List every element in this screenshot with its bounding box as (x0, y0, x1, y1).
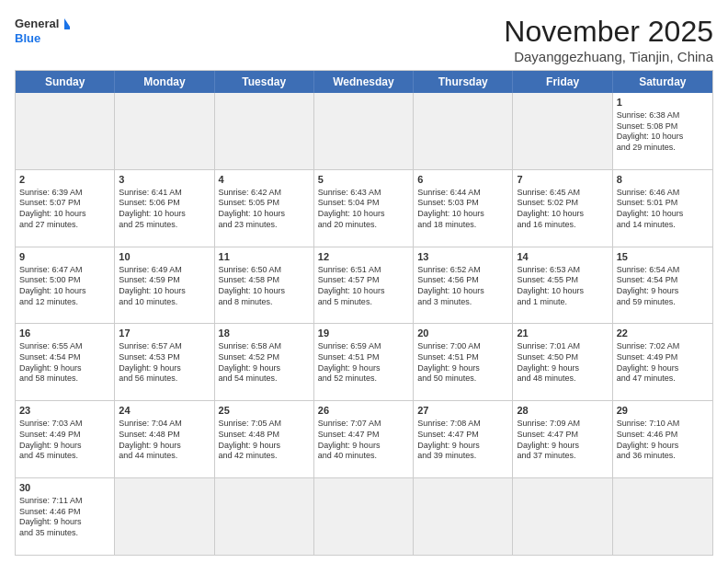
calendar-cell: 11Sunrise: 6:50 AM Sunset: 4:58 PM Dayli… (215, 247, 314, 324)
calendar-cell (215, 478, 314, 555)
day-number: 4 (219, 173, 310, 187)
day-number: 3 (119, 173, 210, 187)
day-number: 14 (517, 250, 608, 264)
calendar-header-cell: Sunday (16, 71, 115, 93)
cell-text: Sunrise: 6:50 AM Sunset: 4:58 PM Dayligh… (219, 265, 310, 308)
calendar-cell (314, 478, 414, 555)
cell-text: Sunrise: 6:44 AM Sunset: 5:03 PM Dayligh… (417, 188, 508, 231)
calendar-cell: 19Sunrise: 6:59 AM Sunset: 4:51 PM Dayli… (314, 324, 414, 400)
calendar-header-cell: Saturday (613, 71, 712, 93)
calendar-header-cell: Friday (513, 71, 612, 93)
calendar-cell (613, 478, 712, 555)
calendar-row: 9Sunrise: 6:47 AM Sunset: 5:00 PM Daylig… (16, 247, 712, 324)
calendar-cell (513, 93, 612, 169)
calendar-cell: 30Sunrise: 7:11 AM Sunset: 4:46 PM Dayli… (16, 478, 115, 555)
calendar-body: 1Sunrise: 6:38 AM Sunset: 5:08 PM Daylig… (16, 93, 712, 555)
svg-text:Blue: Blue (15, 31, 40, 45)
calendar-cell: 23Sunrise: 7:03 AM Sunset: 4:49 PM Dayli… (16, 401, 115, 477)
calendar-cell: 25Sunrise: 7:05 AM Sunset: 4:48 PM Dayli… (215, 401, 314, 477)
cell-text: Sunrise: 6:53 AM Sunset: 4:55 PM Dayligh… (517, 265, 608, 308)
day-number: 23 (19, 404, 110, 418)
day-number: 16 (19, 327, 110, 340)
logo-svg: General Blue (15, 15, 70, 48)
day-number: 17 (119, 327, 210, 340)
calendar-header-cell: Wednesday (314, 71, 414, 93)
calendar-row: 30Sunrise: 7:11 AM Sunset: 4:46 PM Dayli… (16, 477, 712, 555)
day-number: 5 (318, 173, 409, 187)
cell-text: Sunrise: 6:49 AM Sunset: 4:59 PM Dayligh… (119, 265, 210, 308)
day-number: 12 (318, 250, 409, 264)
calendar-cell (115, 93, 214, 169)
calendar-cell: 29Sunrise: 7:10 AM Sunset: 4:46 PM Dayli… (613, 401, 712, 477)
cell-text: Sunrise: 6:52 AM Sunset: 4:56 PM Dayligh… (417, 265, 508, 308)
calendar: SundayMondayTuesdayWednesdayThursdayFrid… (15, 70, 713, 556)
calendar-header-cell: Thursday (414, 71, 513, 93)
cell-text: Sunrise: 6:54 AM Sunset: 4:54 PM Dayligh… (617, 265, 709, 308)
calendar-cell: 18Sunrise: 6:58 AM Sunset: 4:52 PM Dayli… (215, 324, 314, 400)
calendar-cell: 1Sunrise: 6:38 AM Sunset: 5:08 PM Daylig… (613, 93, 712, 169)
cell-text: Sunrise: 6:59 AM Sunset: 4:51 PM Dayligh… (318, 341, 409, 385)
cell-text: Sunrise: 7:11 AM Sunset: 4:46 PM Dayligh… (19, 496, 110, 539)
day-number: 22 (617, 327, 709, 340)
cell-text: Sunrise: 6:38 AM Sunset: 5:08 PM Dayligh… (617, 110, 709, 154)
calendar-row: 23Sunrise: 7:03 AM Sunset: 4:49 PM Dayli… (16, 400, 712, 477)
day-number: 15 (617, 250, 709, 264)
cell-text: Sunrise: 7:02 AM Sunset: 4:49 PM Dayligh… (617, 341, 709, 385)
day-number: 11 (219, 250, 310, 264)
cell-text: Sunrise: 7:09 AM Sunset: 4:47 PM Dayligh… (517, 419, 608, 462)
calendar-cell: 22Sunrise: 7:02 AM Sunset: 4:49 PM Dayli… (613, 324, 712, 400)
cell-text: Sunrise: 6:45 AM Sunset: 5:02 PM Dayligh… (517, 188, 608, 231)
calendar-row: 16Sunrise: 6:55 AM Sunset: 4:54 PM Dayli… (16, 323, 712, 400)
calendar-cell: 5Sunrise: 6:43 AM Sunset: 5:04 PM Daylig… (314, 170, 414, 247)
day-number: 26 (318, 404, 409, 418)
logo: General Blue (15, 15, 70, 48)
calendar-cell (215, 93, 314, 169)
calendar-cell: 15Sunrise: 6:54 AM Sunset: 4:54 PM Dayli… (613, 247, 712, 324)
cell-text: Sunrise: 7:00 AM Sunset: 4:51 PM Dayligh… (417, 341, 508, 385)
calendar-header: SundayMondayTuesdayWednesdayThursdayFrid… (16, 71, 712, 93)
calendar-cell: 7Sunrise: 6:45 AM Sunset: 5:02 PM Daylig… (513, 170, 612, 247)
cell-text: Sunrise: 6:43 AM Sunset: 5:04 PM Dayligh… (318, 188, 409, 231)
calendar-cell: 28Sunrise: 7:09 AM Sunset: 4:47 PM Dayli… (513, 401, 612, 477)
cell-text: Sunrise: 7:10 AM Sunset: 4:46 PM Dayligh… (617, 419, 709, 462)
cell-text: Sunrise: 7:04 AM Sunset: 4:48 PM Dayligh… (119, 419, 210, 462)
cell-text: Sunrise: 6:41 AM Sunset: 5:06 PM Dayligh… (119, 188, 210, 231)
calendar-cell (513, 478, 612, 555)
cell-text: Sunrise: 6:39 AM Sunset: 5:07 PM Dayligh… (19, 188, 110, 231)
cell-text: Sunrise: 6:55 AM Sunset: 4:54 PM Dayligh… (19, 341, 110, 385)
cell-text: Sunrise: 7:01 AM Sunset: 4:50 PM Dayligh… (517, 341, 608, 385)
calendar-cell: 27Sunrise: 7:08 AM Sunset: 4:47 PM Dayli… (414, 401, 513, 477)
calendar-cell: 24Sunrise: 7:04 AM Sunset: 4:48 PM Dayli… (115, 401, 214, 477)
calendar-cell: 10Sunrise: 6:49 AM Sunset: 4:59 PM Dayli… (115, 247, 214, 324)
calendar-cell: 8Sunrise: 6:46 AM Sunset: 5:01 PM Daylig… (613, 170, 712, 247)
day-number: 2 (19, 173, 110, 187)
calendar-cell: 2Sunrise: 6:39 AM Sunset: 5:07 PM Daylig… (16, 170, 115, 247)
cell-text: Sunrise: 7:03 AM Sunset: 4:49 PM Dayligh… (19, 419, 110, 462)
cell-text: Sunrise: 7:08 AM Sunset: 4:47 PM Dayligh… (417, 419, 508, 462)
day-number: 29 (617, 404, 709, 418)
calendar-cell: 17Sunrise: 6:57 AM Sunset: 4:53 PM Dayli… (115, 324, 214, 400)
day-number: 20 (417, 327, 508, 340)
calendar-cell (314, 93, 414, 169)
day-number: 28 (517, 404, 608, 418)
cell-text: Sunrise: 6:46 AM Sunset: 5:01 PM Dayligh… (617, 188, 709, 231)
day-number: 13 (417, 250, 508, 264)
day-number: 19 (318, 327, 409, 340)
day-number: 1 (617, 96, 709, 109)
month-title: November 2025 (504, 15, 713, 49)
day-number: 7 (517, 173, 608, 187)
calendar-cell: 26Sunrise: 7:07 AM Sunset: 4:47 PM Dayli… (314, 401, 414, 477)
calendar-cell: 14Sunrise: 6:53 AM Sunset: 4:55 PM Dayli… (513, 247, 612, 324)
day-number: 21 (517, 327, 608, 340)
calendar-cell: 20Sunrise: 7:00 AM Sunset: 4:51 PM Dayli… (414, 324, 513, 400)
cell-text: Sunrise: 6:47 AM Sunset: 5:00 PM Dayligh… (19, 265, 110, 308)
calendar-cell (16, 93, 115, 169)
day-number: 27 (417, 404, 508, 418)
cell-text: Sunrise: 7:05 AM Sunset: 4:48 PM Dayligh… (219, 419, 310, 462)
day-number: 9 (19, 250, 110, 264)
title-area: November 2025 Dayanggezhuang, Tianjin, C… (504, 15, 713, 64)
calendar-cell: 21Sunrise: 7:01 AM Sunset: 4:50 PM Dayli… (513, 324, 612, 400)
day-number: 24 (119, 404, 210, 418)
calendar-header-cell: Tuesday (215, 71, 314, 93)
calendar-cell: 12Sunrise: 6:51 AM Sunset: 4:57 PM Dayli… (314, 247, 414, 324)
